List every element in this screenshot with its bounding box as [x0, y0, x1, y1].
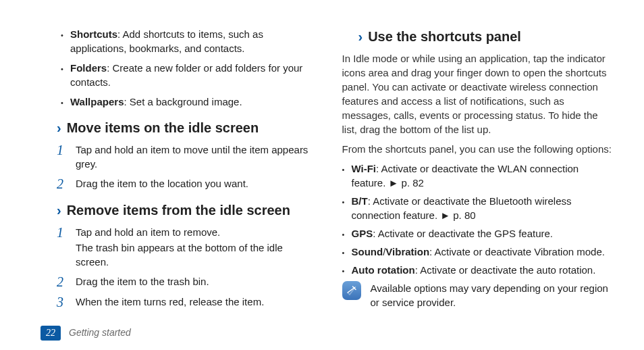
step-item: 1 Tap and hold an item to move until the… — [57, 143, 313, 171]
section-title: Move items on the idle screen — [67, 118, 259, 137]
list-item: • Wallpapers: Set a background image. — [61, 95, 313, 109]
bullet-icon: • — [61, 61, 70, 89]
step-number: 1 — [57, 225, 76, 269]
page-footer: 22 Getting started — [41, 326, 131, 341]
note: Available options may vary depending on … — [342, 281, 614, 309]
step-item: 2 Drag the item to the trash bin. — [57, 274, 313, 289]
page-ref: p. 82 — [389, 177, 424, 189]
paragraph: From the shortcuts panel, you can use th… — [342, 142, 614, 156]
step-number: 3 — [57, 295, 76, 309]
step-text: Tap and hold an item to remove. — [76, 225, 313, 239]
section-heading-remove-items: › Remove items from the idle screen — [57, 201, 313, 220]
chevron-right-icon: › — [358, 27, 363, 46]
step-number: 2 — [57, 274, 76, 289]
page-number: 22 — [41, 326, 61, 341]
bullet-icon: • — [61, 27, 70, 55]
section-title: Use the shortcuts panel — [368, 27, 521, 46]
step-text: When the item turns red, release the ite… — [76, 295, 313, 309]
bullet-icon: • — [342, 226, 352, 241]
page-ref: p. 80 — [440, 209, 475, 221]
section-title: Remove items from the idle screen — [67, 201, 290, 220]
bullet-icon: • — [342, 245, 352, 259]
list-item: • GPS: Activate or deactivate the GPS fe… — [342, 226, 614, 241]
bullet-icon: • — [342, 194, 352, 222]
bullet-icon: • — [342, 263, 352, 277]
paragraph: In Idle mode or while using an applicati… — [342, 51, 614, 136]
list-item: • Auto rotation: Activate or deactivate … — [342, 263, 614, 277]
section-heading-shortcuts-panel: › Use the shortcuts panel — [358, 27, 614, 46]
note-icon — [342, 281, 361, 300]
step-number: 1 — [57, 143, 76, 171]
bullet-icon: • — [61, 95, 70, 109]
chapter-title: Getting started — [69, 326, 131, 340]
list-item: • Folders: Create a new folder or add fo… — [61, 61, 313, 89]
step-number: 2 — [57, 176, 76, 191]
list-item: • B/T: Activate or deactivate the Blueto… — [342, 194, 614, 222]
chevron-right-icon: › — [57, 201, 61, 220]
step-text: Drag the item to the trash bin. — [76, 274, 313, 289]
bullet-icon: • — [342, 161, 352, 190]
section-heading-move-items: › Move items on the idle screen — [57, 118, 313, 137]
step-text: Tap and hold an item to move until the i… — [76, 143, 313, 171]
step-item: 3 When the item turns red, release the i… — [57, 295, 313, 309]
list-item: • Wi-Fi: Activate or deactivate the WLAN… — [342, 161, 614, 190]
note-text: Available options may vary depending on … — [371, 281, 614, 309]
step-item: 1 Tap and hold an item to remove. The tr… — [57, 225, 313, 269]
chevron-right-icon: › — [57, 118, 61, 137]
step-text: Drag the item to the location you want. — [76, 176, 313, 191]
list-item: • Sound/Vibration: Activate or deactivat… — [342, 245, 614, 259]
step-text: The trash bin appears at the bottom of t… — [76, 241, 313, 269]
step-item: 2 Drag the item to the location you want… — [57, 176, 313, 191]
list-item: • Shortcuts: Add shortcuts to items, suc… — [61, 27, 313, 55]
